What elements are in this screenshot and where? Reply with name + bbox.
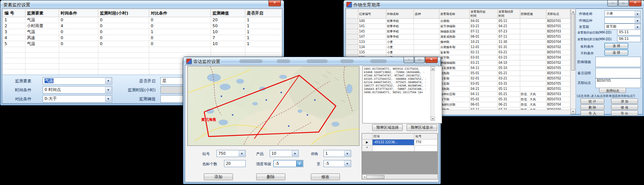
- scroll-down-icon[interactable]: ▼: [431, 116, 435, 121]
- region-show-button[interactable]: 预警区域显示: [407, 124, 437, 131]
- chevron-down-icon[interactable]: ▼: [344, 161, 350, 166]
- chevron-down-icon[interactable]: ▼: [105, 96, 111, 102]
- element-combo[interactable]: 气温 ▼: [43, 77, 112, 85]
- table-row[interactable]: 133小麦播种期10-2111-30BD50704: [346, 40, 570, 45]
- radar-monitor-titlebar[interactable]: 雷达监控设置 – ▢ ✕: [183, 57, 441, 65]
- linked-station-field[interactable]: BD50705: [595, 78, 641, 88]
- export-button[interactable]: 导 出: [611, 110, 638, 116]
- scroll-thumb[interactable]: [367, 175, 384, 179]
- maximize-icon: ▢: [622, 1, 625, 4]
- time-condition-combo[interactable]: 0 时间点 ▼: [43, 86, 112, 94]
- close-icon: ✕: [273, 1, 276, 4]
- chevron-down-icon[interactable]: ▼: [635, 24, 640, 29]
- crop-stage-form: 作物名称 小麦 ▼ 作物品种 ▼ 发育期 拔节期 ▼ 发育期开始日期(MM-DD…: [576, 9, 643, 114]
- scroll-up-icon[interactable]: ▲: [431, 66, 435, 71]
- chevron-down-icon[interactable]: ▼: [344, 151, 350, 156]
- chevron-down-icon[interactable]: ▼: [635, 18, 640, 23]
- close-icon: ✕: [634, 1, 637, 4]
- close-button[interactable]: ✕: [269, 0, 281, 6]
- to-label: 至: [317, 162, 321, 167]
- new-row-icon[interactable]: *: [362, 145, 372, 151]
- region-cell[interactable]: [372, 145, 414, 151]
- scroll-up-icon[interactable]: ▲: [571, 9, 576, 14]
- maximize-button[interactable]: ▢: [618, 0, 629, 6]
- table-row[interactable]: 4风速00071: [3, 35, 282, 41]
- scroll-down-icon[interactable]: ▼: [571, 109, 576, 114]
- colorcount-field[interactable]: 20: [224, 160, 246, 167]
- app-icon: [186, 59, 192, 64]
- chevron-down-icon[interactable]: ▼: [635, 11, 640, 16]
- region-grid-hscrollbar[interactable]: ◄: [362, 174, 438, 179]
- table-row[interactable]: 141双季早稻拔节孕穗期03-2104-21BD50701: [346, 24, 570, 29]
- elevation-combo[interactable]: 1 ▼: [323, 150, 351, 157]
- pick-station-button[interactable]: 选择站点: [599, 88, 626, 93]
- maximize-button[interactable]: ▢: [414, 57, 425, 63]
- coords-vscrollbar[interactable]: ▲ ▼: [430, 66, 435, 121]
- intensity-label: 强度等级: [256, 162, 271, 167]
- intensity-to-combo[interactable]: -5 ▼: [323, 160, 351, 167]
- scroll-thumb[interactable]: [571, 14, 575, 70]
- crop-stage-titlebar[interactable]: 作物生育期库 – ▢ ✕: [344, 0, 644, 8]
- minimize-button[interactable]: –: [607, 0, 618, 6]
- chevron-down-icon[interactable]: ▼: [292, 151, 298, 156]
- product-combo[interactable]: 10 ▼: [270, 150, 299, 157]
- region-row[interactable]: ▶ -45122.12238... 770: [362, 139, 438, 145]
- crop-variety-combo[interactable]: ▼: [604, 17, 641, 23]
- add-button[interactable]: 添加: [204, 173, 233, 180]
- column-header: 品种: [414, 9, 439, 19]
- warning-region-map[interactable]: 黄北海燕: [187, 66, 359, 146]
- chevron-down-icon[interactable]: ▼: [105, 78, 111, 84]
- table-row[interactable]: 1气温000201: [3, 17, 282, 23]
- growth-stage-combo[interactable]: 拔节期 ▼: [604, 23, 641, 30]
- station-cell[interactable]: 770: [414, 139, 438, 145]
- table-row[interactable]: 140双季早稻分蘖期04-0105-11BD50701: [346, 19, 570, 24]
- delete-button[interactable]: 删除: [256, 173, 285, 180]
- period-label: 监测时段(小时): [114, 87, 156, 93]
- minimize-button[interactable]: –: [404, 57, 414, 63]
- favorable-select-button[interactable]: 选 择: [604, 43, 628, 49]
- table-row[interactable]: 2小时雨量400501: [3, 23, 282, 29]
- intensity-combo[interactable]: -5 ▼: [273, 160, 303, 167]
- chevron-down-icon[interactable]: ▼: [239, 151, 245, 156]
- remark-textarea[interactable]: [595, 68, 641, 78]
- chevron-down-icon[interactable]: ▼: [105, 87, 111, 93]
- station-cell[interactable]: [414, 145, 438, 151]
- region-cell[interactable]: -45122.12238...: [372, 139, 414, 145]
- crop-grid-vscrollbar[interactable]: ▲ ▼: [570, 9, 576, 114]
- table-row[interactable]: 147双季早稻灌浆成熟期06-0107-11BD50701: [346, 34, 570, 40]
- close-button[interactable]: ✕: [425, 57, 438, 63]
- maximize-icon: ▢: [418, 57, 421, 61]
- delete-button[interactable]: 删 除: [580, 104, 604, 110]
- redacted-titlebar-item: [370, 59, 387, 63]
- unfavorable-select-button[interactable]: 选 择: [604, 50, 628, 56]
- station-combo[interactable]: 750 ▼: [217, 150, 246, 157]
- element-monitor-titlebar[interactable]: 要素监控设置 ✕: [0, 0, 284, 8]
- region-new-row[interactable]: *: [362, 145, 438, 151]
- region-select-button[interactable]: 预警区域选择: [372, 124, 403, 131]
- column-header: 关联站点: [546, 9, 570, 19]
- stage-end-field[interactable]: 06-11: [617, 36, 641, 42]
- column-header: 监测要素: [25, 9, 59, 17]
- table-row[interactable]: 3气温001101: [3, 29, 282, 35]
- column-header: [346, 9, 358, 19]
- add-button[interactable]: 添 加: [611, 98, 638, 104]
- stage-start-field[interactable]: 05-11: [617, 29, 641, 35]
- modify-button[interactable]: 修 改: [611, 104, 638, 110]
- table-row[interactable]: 145双季早稻抽穗扬花期07-1107-23BD50703: [346, 29, 570, 34]
- crop-name-combo[interactable]: 小麦 ▼: [604, 10, 641, 17]
- modify-button[interactable]: 修改: [311, 173, 340, 180]
- stat-button[interactable]: 统 计: [580, 98, 604, 104]
- table-row[interactable]: 135小麦返青期02-1103-21BD50701: [346, 50, 570, 55]
- close-button[interactable]: ✕: [629, 0, 641, 6]
- table-row[interactable]: 134小麦分蘖越冬期12-0101-31BD50702: [346, 45, 570, 50]
- defense-textarea[interactable]: [595, 57, 641, 67]
- import-button[interactable]: 导 入: [580, 110, 604, 116]
- chevron-down-icon[interactable]: ▼: [296, 161, 303, 166]
- window-title: 要素监控设置: [3, 2, 30, 8]
- table-row[interactable]: 5气温000101: [3, 41, 282, 47]
- stage-start-label: 发育期开始日期(MM-DD): [577, 31, 611, 35]
- compare-condition-combo[interactable]: 0-大于 ▼: [43, 95, 112, 103]
- map-graphics: [188, 66, 359, 145]
- row-selector-icon[interactable]: ▶: [362, 139, 372, 145]
- map-region-label: 黄北海燕: [201, 117, 216, 122]
